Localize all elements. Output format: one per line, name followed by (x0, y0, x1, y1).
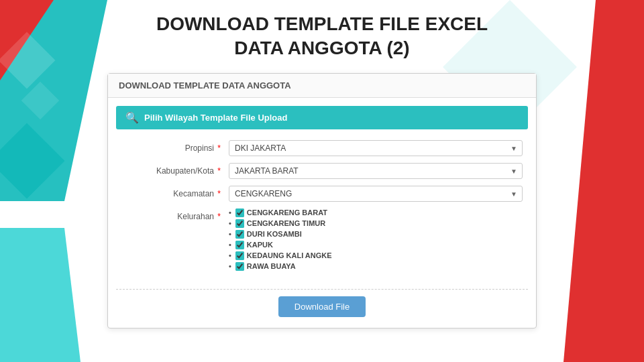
propinsi-control: DKI JAKARTA ▼ (229, 140, 523, 156)
kabupaten-control: JAKARTA BARAT ▼ (229, 163, 523, 179)
list-item: CENGKARENG TIMUR (229, 219, 523, 228)
kecamatan-select[interactable]: CENGKARENG (229, 186, 523, 202)
page-title: DOWNLOAD TEMPLATE FILE EXCEL DATA ANGGOT… (156, 12, 488, 61)
kelurahan-checkbox[interactable] (235, 219, 244, 228)
kelurahan-checkbox[interactable] (235, 251, 244, 260)
title-line2: DATA ANGGOTA (2) (234, 38, 409, 58)
kelurahan-list: CENGKARENG BARATCENGKARENG TIMURDURI KOS… (229, 208, 523, 271)
list-item: KAPUK (229, 241, 523, 249)
form-area: Propinsi * DKI JAKARTA ▼ Kabupaten/Kota (108, 137, 536, 282)
download-card: DOWNLOAD TEMPLATE DATA ANGGOTA 🔍 Pilih W… (107, 73, 537, 328)
kelurahan-checkbox[interactable] (235, 241, 244, 249)
kabupaten-label: Kabupaten/Kota * (121, 163, 229, 176)
card-header: DOWNLOAD TEMPLATE DATA ANGGOTA (108, 74, 536, 98)
kecamatan-select-wrapper: CENGKARENG ▼ (229, 186, 523, 202)
propinsi-select-wrapper: DKI JAKARTA ▼ (229, 140, 523, 156)
propinsi-label: Propinsi * (121, 140, 229, 153)
propinsi-select[interactable]: DKI JAKARTA (229, 140, 523, 156)
search-bar-label: Pilih Wilayah Template File Upload (144, 113, 287, 123)
kelurahan-row: Kelurahan * CENGKARENG BARATCENGKARENG T… (121, 208, 523, 273)
kecamatan-label: Kecamatan * (121, 186, 229, 198)
title-line1: DOWNLOAD TEMPLATE FILE EXCEL (156, 13, 488, 34)
kelurahan-label: Kelurahan * (121, 208, 229, 221)
list-item: DURI KOSAMBI (229, 230, 523, 239)
search-bar: 🔍 Pilih Wilayah Template File Upload (116, 106, 528, 129)
kabupaten-select[interactable]: JAKARTA BARAT (229, 163, 523, 179)
kelurahan-control: CENGKARENG BARATCENGKARENG TIMURDURI KOS… (229, 208, 523, 273)
kabupaten-select-wrapper: JAKARTA BARAT ▼ (229, 163, 523, 179)
search-icon: 🔍 (125, 111, 139, 124)
main-content: DOWNLOAD TEMPLATE FILE EXCEL DATA ANGGOT… (0, 0, 644, 362)
kelurahan-checkbox[interactable] (235, 230, 244, 239)
propinsi-row: Propinsi * DKI JAKARTA ▼ (121, 140, 523, 156)
list-item: CENGKARENG BARAT (229, 208, 523, 217)
divider (116, 289, 528, 290)
kecamatan-control: CENGKARENG ▼ (229, 186, 523, 202)
kecamatan-row: Kecamatan * CENGKARENG ▼ (121, 186, 523, 202)
kabupaten-row: Kabupaten/Kota * JAKARTA BARAT ▼ (121, 163, 523, 179)
list-item: RAWA BUAYA (229, 262, 523, 271)
list-item: KEDAUNG KALI ANGKE (229, 251, 523, 260)
download-button[interactable]: Download File (278, 296, 366, 317)
kelurahan-checkbox[interactable] (235, 262, 244, 271)
card-header-text: DOWNLOAD TEMPLATE DATA ANGGOTA (119, 80, 291, 90)
kelurahan-checkbox[interactable] (235, 208, 244, 217)
